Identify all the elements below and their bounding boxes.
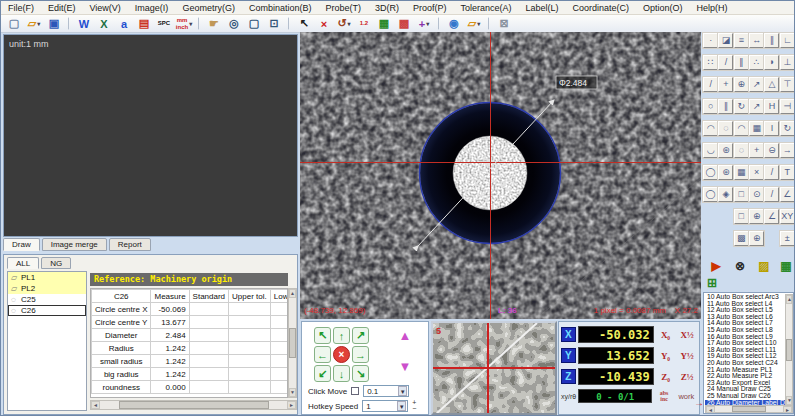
geometry-tool-button[interactable]: □ <box>734 209 749 224</box>
geometry-tool-button[interactable]: ± <box>780 231 795 246</box>
jog-stop-button[interactable]: × <box>333 346 350 363</box>
program-step[interactable]: 10 Auto Box select Arc3 <box>705 294 785 301</box>
geometry-tool-button[interactable]: + <box>718 77 733 92</box>
geometry-tool-button[interactable]: ◌ <box>734 143 749 158</box>
geometry-tool-button[interactable]: ⊛ <box>718 143 733 158</box>
table-row[interactable]: Circle centre Y 13.677 <box>92 316 289 329</box>
program-step[interactable]: 19 Auto Box select L12 <box>705 353 785 360</box>
jog-se-button[interactable]: ↘ <box>352 365 369 382</box>
pan-hand-icon[interactable]: ☛ <box>205 16 223 32</box>
menu-item[interactable]: Proof(P) <box>406 3 454 13</box>
geometry-tool-button[interactable]: ↔ <box>749 33 764 48</box>
delete-icon[interactable]: × <box>315 16 333 32</box>
geometry-tool-button[interactable]: ↻ <box>734 99 749 114</box>
geometry-tool-button[interactable]: ◈ <box>718 187 733 202</box>
box-select-icon[interactable]: ▢ <box>245 16 263 32</box>
scroll-left-icon[interactable]: ◄ <box>706 406 715 413</box>
geometry-tool-button[interactable]: ⊕ <box>749 231 764 246</box>
axis-half-button[interactable]: Y½ <box>677 351 697 361</box>
axis-zero-button[interactable]: X₀ <box>656 330 676 340</box>
axis-half-button[interactable]: Z½ <box>677 372 697 382</box>
scroll-down-icon[interactable]: ▼ <box>786 396 792 405</box>
grid-icon[interactable]: ▦ <box>375 16 393 32</box>
geometry-tool-button[interactable]: ∴ <box>749 55 764 70</box>
toolbar-button[interactable] <box>198 17 200 30</box>
feature-item[interactable]: ▱ PL2 <box>8 283 86 294</box>
geometry-tool-button[interactable]: ∥ <box>764 33 779 48</box>
axis-zero-button[interactable]: Y₀ <box>656 351 676 361</box>
program-step[interactable]: 20 Auto Box select C24 <box>705 360 785 367</box>
geometry-tool-button[interactable]: ◯ <box>703 165 718 180</box>
toolbar-button[interactable] <box>488 17 490 30</box>
program-step[interactable]: 12 Auto Box select L5 <box>705 307 785 314</box>
geometry-tool-button[interactable]: ⊖ <box>764 143 779 158</box>
geometry-tool-button[interactable]: ⊙ <box>749 187 764 202</box>
geometry-tool-button[interactable]: ◪ <box>718 33 733 48</box>
mm-inch-toggle-icon[interactable]: mm inch <box>175 16 193 32</box>
undo-icon[interactable]: ↺ <box>335 16 353 32</box>
geometry-tool-button[interactable]: ↗ <box>749 99 764 114</box>
geometry-tool-button[interactable]: ▦ <box>749 121 764 136</box>
geometry-tool-button[interactable]: ↗ <box>749 77 764 92</box>
jog-sw-button[interactable]: ↙ <box>314 365 331 382</box>
scroll-right-icon[interactable]: ► <box>287 401 296 409</box>
number-label-icon[interactable]: 1.2 <box>355 16 373 32</box>
polar-toggle-button[interactable]: xy/rθ <box>561 393 576 400</box>
stop-program-button[interactable]: ⊗ <box>732 258 748 274</box>
geometry-tool-button[interactable]: ◡ <box>703 143 718 158</box>
menu-item[interactable]: File(F) <box>1 3 41 13</box>
geometry-tool-button[interactable]: T <box>780 165 795 180</box>
geometry-tool-button[interactable]: ∠ <box>764 209 779 224</box>
table-hscrollbar[interactable]: ◄ ► <box>90 400 297 410</box>
program-step[interactable]: 18 Auto Box select L11 <box>705 347 785 354</box>
axis-half-button[interactable]: X½ <box>677 330 697 340</box>
menu-item[interactable]: Probe(T) <box>318 3 368 13</box>
table-vscrollbar[interactable]: ▲ ▼ <box>288 288 297 398</box>
geometry-tool-button[interactable]: ◯ <box>703 187 718 202</box>
feature-item[interactable]: ◌ C25 <box>8 294 86 305</box>
geometry-tool-button[interactable]: ◠ <box>734 121 749 136</box>
geometry-tool-button[interactable]: ⊛ <box>718 165 733 180</box>
table-row[interactable]: roundness 0.000 <box>92 381 289 394</box>
scroll-up-icon[interactable]: ▲ <box>786 295 792 304</box>
zoom-magnifier-icon[interactable]: ◎ <box>225 16 243 32</box>
axis-zero-button[interactable]: Z₀ <box>656 372 676 382</box>
calibration-globe-icon[interactable]: ◉ <box>445 16 463 32</box>
feature-item[interactable]: ◌ C26 <box>8 305 86 316</box>
load-program-icon[interactable]: ▱ <box>465 16 483 32</box>
scroll-right-icon[interactable]: ► <box>783 406 792 413</box>
pdf-export-icon[interactable]: ▤ <box>135 16 153 32</box>
scroll-up-icon[interactable]: ▲ <box>289 289 296 298</box>
dropdown-arrow-icon[interactable]: ▼ <box>397 401 406 411</box>
menu-item[interactable]: 3D(R) <box>368 3 406 13</box>
geometry-tool-button[interactable]: ⊤ <box>780 77 795 92</box>
menu-item[interactable]: Edit(E) <box>41 3 83 13</box>
zoom-region-icon[interactable]: ⊡ <box>265 16 283 32</box>
spc-icon[interactable]: SPC <box>155 16 173 32</box>
geometry-tool-button[interactable]: ◠ <box>703 121 718 136</box>
open-file-icon[interactable]: ▱ <box>25 16 43 32</box>
geometry-tool-button[interactable]: □ <box>734 187 749 202</box>
new-file-icon[interactable]: ▢ <box>5 16 23 32</box>
geometry-tool-button[interactable]: ∠ <box>780 187 795 202</box>
geometry-tool-button[interactable]: / <box>764 165 779 180</box>
toolbar-button[interactable] <box>438 17 440 30</box>
tile-view-button[interactable]: ▦ <box>778 258 794 274</box>
table-row[interactable]: Diameter 2.484 <box>92 329 289 342</box>
geometry-tool-button[interactable]: ◌ <box>718 121 733 136</box>
geometry-tool-button[interactable]: ↻ <box>780 121 795 136</box>
geometry-tool-button[interactable]: ○ <box>703 99 718 114</box>
menu-item[interactable]: Combination(B) <box>242 3 319 13</box>
menu-item[interactable]: Label(L) <box>518 3 565 13</box>
scroll-down-icon[interactable]: ▼ <box>289 388 296 397</box>
menu-item[interactable]: Coordinate(C) <box>566 3 637 13</box>
abs-inc-toggle-button[interactable]: abs inc <box>654 390 673 402</box>
geometry-tool-button[interactable]: △ <box>764 77 779 92</box>
geometry-tool-button[interactable]: / <box>703 77 718 92</box>
jog-left-button[interactable]: ← <box>314 346 331 363</box>
hotkey-speed-select[interactable]: 1 ▼ <box>362 400 408 412</box>
scroll-thumb[interactable] <box>289 328 296 358</box>
feature-item[interactable]: ▱ PL1 <box>8 272 86 283</box>
menu-item[interactable]: Image(I) <box>128 3 176 13</box>
menu-item[interactable]: Option(O) <box>636 3 690 13</box>
